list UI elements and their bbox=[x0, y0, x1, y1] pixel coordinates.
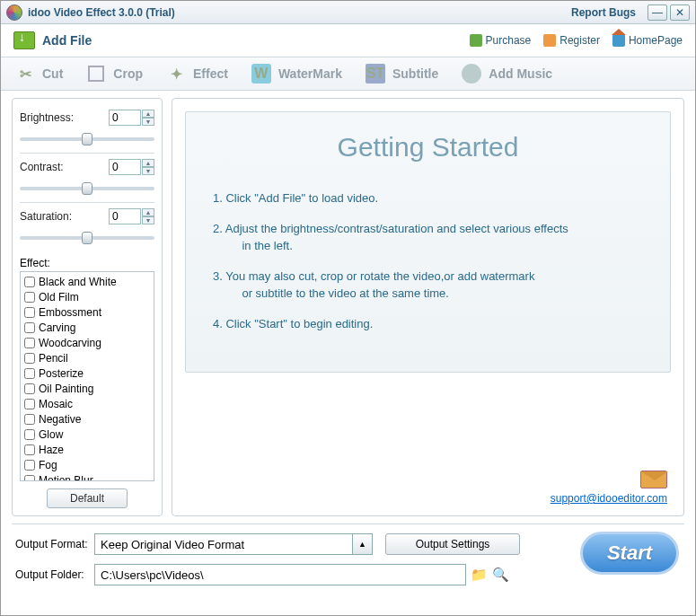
effect-checkbox[interactable] bbox=[24, 322, 35, 333]
scissors-icon: ✂ bbox=[15, 64, 35, 84]
effect-list[interactable]: Black and WhiteOld FilmEmbossmentCarving… bbox=[20, 271, 154, 481]
effect-item-label: Negative bbox=[39, 413, 81, 426]
effect-item-label: Posterize bbox=[39, 367, 84, 380]
close-button[interactable]: ✕ bbox=[670, 4, 690, 21]
output-folder-label: Output Folder: bbox=[15, 568, 94, 581]
subtitle-label: Subtitle bbox=[392, 66, 438, 81]
effect-item[interactable]: Fog bbox=[24, 457, 150, 472]
saturation-group: Saturation: ▲▼ bbox=[20, 203, 154, 251]
effect-item[interactable]: Old Film bbox=[24, 289, 150, 304]
register-label: Register bbox=[559, 34, 600, 47]
saturation-label: Saturation: bbox=[20, 210, 72, 223]
cut-button[interactable]: ✂Cut bbox=[15, 64, 63, 84]
open-folder-button[interactable]: 🔍 bbox=[491, 566, 509, 584]
contrast-down[interactable]: ▼ bbox=[142, 167, 154, 175]
effect-item[interactable]: Haze bbox=[24, 442, 150, 457]
add-file-icon bbox=[13, 31, 35, 49]
left-panel: Brightness: ▲▼ Contrast: ▲▼ Saturation: bbox=[12, 98, 163, 516]
effect-item[interactable]: Black and White bbox=[24, 274, 150, 289]
effect-button[interactable]: ✦Effect bbox=[166, 64, 228, 84]
watermark-button[interactable]: WWaterMark bbox=[251, 64, 342, 84]
crop-button[interactable]: Crop bbox=[86, 64, 143, 84]
register-link[interactable]: Register bbox=[543, 34, 600, 47]
toolbar: ✂Cut Crop ✦Effect WWaterMark STSubtitle … bbox=[1, 57, 695, 91]
crop-label: Crop bbox=[113, 66, 143, 81]
effect-checkbox[interactable] bbox=[24, 460, 35, 471]
brightness-slider[interactable] bbox=[20, 137, 154, 141]
brightness-up[interactable]: ▲ bbox=[142, 110, 154, 118]
effect-checkbox[interactable] bbox=[24, 414, 35, 425]
effect-checkbox[interactable] bbox=[24, 429, 35, 440]
effect-item[interactable]: Posterize bbox=[24, 365, 150, 381]
contrast-label: Contrast: bbox=[20, 161, 64, 173]
step-2: 2. Adjust the brightness/contrast/satura… bbox=[213, 220, 643, 255]
right-panel: Getting Started 1. Click "Add File" to l… bbox=[172, 98, 684, 516]
purchase-label: Purchase bbox=[486, 34, 532, 47]
effect-checkbox[interactable] bbox=[24, 338, 35, 348]
start-button[interactable]: Start bbox=[580, 532, 679, 575]
add-file-button[interactable]: Add File bbox=[13, 31, 92, 49]
output-folder-input[interactable] bbox=[94, 564, 466, 585]
contrast-up[interactable]: ▲ bbox=[142, 159, 154, 167]
brightness-value[interactable] bbox=[109, 110, 141, 126]
support-link[interactable]: support@idooeditor.com bbox=[551, 492, 667, 505]
saturation-up[interactable]: ▲ bbox=[142, 208, 154, 216]
mail-icon bbox=[640, 471, 667, 488]
output-settings-button[interactable]: Output Settings bbox=[385, 533, 520, 555]
effect-checkbox[interactable] bbox=[24, 444, 35, 455]
brightness-down[interactable]: ▼ bbox=[142, 118, 154, 126]
effect-item-label: Carving bbox=[39, 321, 75, 334]
saturation-value[interactable] bbox=[109, 208, 141, 224]
report-bugs-link[interactable]: Report Bugs bbox=[571, 6, 636, 19]
effect-item[interactable]: Mosaic bbox=[24, 396, 150, 411]
effect-checkbox[interactable] bbox=[24, 368, 35, 379]
homepage-link[interactable]: HomePage bbox=[612, 34, 683, 47]
contrast-slider[interactable] bbox=[20, 187, 154, 190]
titlebar: idoo Video Effect 3.0.0 (Trial) Report B… bbox=[1, 1, 695, 24]
effect-item[interactable]: Glow bbox=[24, 427, 150, 442]
saturation-spinner[interactable]: ▲▼ bbox=[109, 208, 154, 224]
contrast-spinner[interactable]: ▲▼ bbox=[109, 159, 154, 175]
purchase-icon bbox=[470, 34, 482, 47]
effect-label: Effect bbox=[193, 66, 228, 81]
effect-item[interactable]: Embossment bbox=[24, 304, 150, 320]
effect-item[interactable]: Pencil bbox=[24, 350, 150, 365]
watermark-label: WaterMark bbox=[278, 66, 342, 81]
contrast-value[interactable] bbox=[109, 159, 141, 175]
steps: 1. Click "Add File" to load video. 2. Ad… bbox=[213, 189, 643, 332]
saturation-down[interactable]: ▼ bbox=[142, 216, 154, 224]
purchase-link[interactable]: Purchase bbox=[470, 34, 532, 47]
app-icon bbox=[6, 4, 22, 21]
subtitle-button[interactable]: STSubtitle bbox=[366, 64, 438, 84]
effect-checkbox[interactable] bbox=[24, 307, 35, 318]
brightness-spinner[interactable]: ▲▼ bbox=[109, 110, 154, 126]
effect-item[interactable]: Negative bbox=[24, 411, 150, 427]
output-format-combo[interactable]: Keep Original Video Format ▲ bbox=[94, 533, 373, 555]
effect-checkbox[interactable] bbox=[24, 383, 35, 394]
default-button[interactable]: Default bbox=[47, 488, 128, 508]
add-music-button[interactable]: Add Music bbox=[462, 64, 552, 84]
effect-checkbox[interactable] bbox=[24, 475, 35, 482]
effect-checkbox[interactable] bbox=[24, 399, 35, 409]
register-icon bbox=[543, 34, 556, 47]
step-3: 3. You may also cut, crop or rotate the … bbox=[213, 268, 643, 303]
getting-started-title: Getting Started bbox=[213, 132, 643, 163]
browse-folder-button[interactable]: 📁 bbox=[470, 566, 488, 584]
output-format-value: Keep Original Video Format bbox=[101, 538, 244, 551]
minimize-button[interactable]: — bbox=[648, 4, 667, 21]
menubar: Add File Purchase Register HomePage bbox=[1, 24, 695, 57]
saturation-slider[interactable] bbox=[20, 236, 154, 240]
effect-checkbox[interactable] bbox=[24, 277, 35, 287]
effect-item[interactable]: Woodcarving bbox=[24, 335, 150, 350]
effect-item[interactable]: Carving bbox=[24, 320, 150, 335]
effect-checkbox[interactable] bbox=[24, 353, 35, 364]
crop-icon bbox=[86, 64, 106, 84]
effect-item-label: Embossment bbox=[39, 306, 101, 319]
chevron-up-icon[interactable]: ▲ bbox=[352, 534, 372, 554]
effect-list-label: Effect: bbox=[20, 257, 154, 269]
effect-checkbox[interactable] bbox=[24, 292, 35, 303]
support-block: support@idooeditor.com bbox=[551, 471, 667, 505]
effect-item-label: Pencil bbox=[39, 352, 68, 365]
effect-item[interactable]: Oil Painting bbox=[24, 381, 150, 396]
effect-item[interactable]: Motion Blur bbox=[24, 472, 150, 481]
